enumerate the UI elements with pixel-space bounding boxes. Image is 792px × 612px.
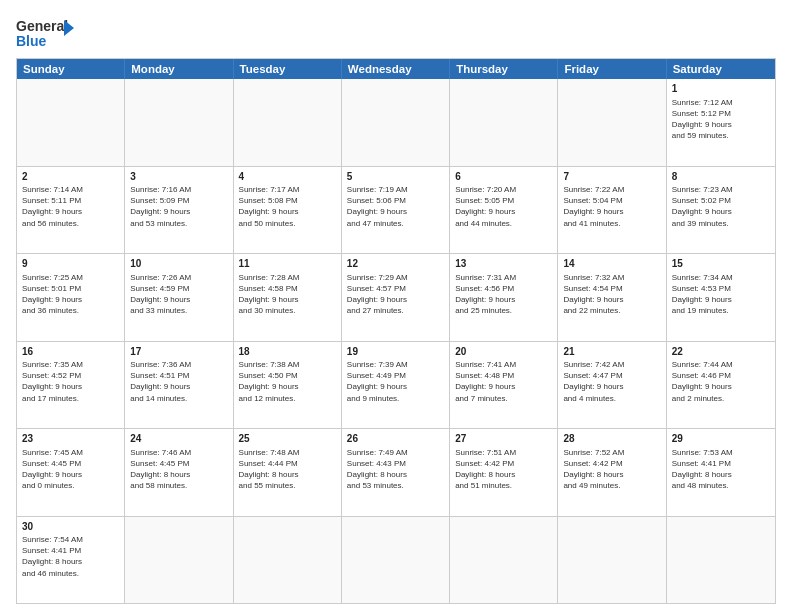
calendar-cell bbox=[667, 517, 775, 604]
day-number: 23 bbox=[22, 432, 119, 446]
day-info: Sunrise: 7:54 AM Sunset: 4:41 PM Dayligh… bbox=[22, 534, 119, 579]
day-info: Sunrise: 7:23 AM Sunset: 5:02 PM Dayligh… bbox=[672, 184, 770, 229]
day-number: 10 bbox=[130, 257, 227, 271]
day-number: 30 bbox=[22, 520, 119, 534]
day-info: Sunrise: 7:53 AM Sunset: 4:41 PM Dayligh… bbox=[672, 447, 770, 492]
calendar-cell: 20Sunrise: 7:41 AM Sunset: 4:48 PM Dayli… bbox=[450, 342, 558, 429]
calendar-cell: 28Sunrise: 7:52 AM Sunset: 4:42 PM Dayli… bbox=[558, 429, 666, 516]
day-info: Sunrise: 7:36 AM Sunset: 4:51 PM Dayligh… bbox=[130, 359, 227, 404]
calendar-cell: 10Sunrise: 7:26 AM Sunset: 4:59 PM Dayli… bbox=[125, 254, 233, 341]
svg-marker-2 bbox=[64, 20, 74, 36]
calendar-row-4: 23Sunrise: 7:45 AM Sunset: 4:45 PM Dayli… bbox=[17, 428, 775, 516]
day-info: Sunrise: 7:46 AM Sunset: 4:45 PM Dayligh… bbox=[130, 447, 227, 492]
calendar-row-1: 2Sunrise: 7:14 AM Sunset: 5:11 PM Daylig… bbox=[17, 166, 775, 254]
calendar-cell bbox=[17, 79, 125, 166]
day-number: 17 bbox=[130, 345, 227, 359]
day-number: 12 bbox=[347, 257, 444, 271]
day-number: 9 bbox=[22, 257, 119, 271]
calendar-cell: 7Sunrise: 7:22 AM Sunset: 5:04 PM Daylig… bbox=[558, 167, 666, 254]
day-number: 27 bbox=[455, 432, 552, 446]
day-info: Sunrise: 7:14 AM Sunset: 5:11 PM Dayligh… bbox=[22, 184, 119, 229]
calendar-cell bbox=[342, 79, 450, 166]
day-info: Sunrise: 7:34 AM Sunset: 4:53 PM Dayligh… bbox=[672, 272, 770, 317]
page: General Blue SundayMondayTuesdayWednesda… bbox=[0, 0, 792, 612]
day-info: Sunrise: 7:39 AM Sunset: 4:49 PM Dayligh… bbox=[347, 359, 444, 404]
logo: General Blue bbox=[16, 12, 76, 52]
day-number: 20 bbox=[455, 345, 552, 359]
weekday-header-thursday: Thursday bbox=[450, 59, 558, 79]
calendar-cell: 16Sunrise: 7:35 AM Sunset: 4:52 PM Dayli… bbox=[17, 342, 125, 429]
day-number: 3 bbox=[130, 170, 227, 184]
day-info: Sunrise: 7:41 AM Sunset: 4:48 PM Dayligh… bbox=[455, 359, 552, 404]
day-number: 29 bbox=[672, 432, 770, 446]
weekday-header-monday: Monday bbox=[125, 59, 233, 79]
calendar-cell: 2Sunrise: 7:14 AM Sunset: 5:11 PM Daylig… bbox=[17, 167, 125, 254]
day-number: 26 bbox=[347, 432, 444, 446]
day-info: Sunrise: 7:38 AM Sunset: 4:50 PM Dayligh… bbox=[239, 359, 336, 404]
day-info: Sunrise: 7:25 AM Sunset: 5:01 PM Dayligh… bbox=[22, 272, 119, 317]
calendar-cell: 4Sunrise: 7:17 AM Sunset: 5:08 PM Daylig… bbox=[234, 167, 342, 254]
day-number: 25 bbox=[239, 432, 336, 446]
calendar-cell: 21Sunrise: 7:42 AM Sunset: 4:47 PM Dayli… bbox=[558, 342, 666, 429]
header: General Blue bbox=[16, 12, 776, 52]
day-info: Sunrise: 7:20 AM Sunset: 5:05 PM Dayligh… bbox=[455, 184, 552, 229]
day-info: Sunrise: 7:49 AM Sunset: 4:43 PM Dayligh… bbox=[347, 447, 444, 492]
day-number: 1 bbox=[672, 82, 770, 96]
day-number: 24 bbox=[130, 432, 227, 446]
day-number: 5 bbox=[347, 170, 444, 184]
day-number: 16 bbox=[22, 345, 119, 359]
day-number: 7 bbox=[563, 170, 660, 184]
calendar-cell bbox=[450, 517, 558, 604]
day-info: Sunrise: 7:22 AM Sunset: 5:04 PM Dayligh… bbox=[563, 184, 660, 229]
calendar-row-0: 1Sunrise: 7:12 AM Sunset: 5:12 PM Daylig… bbox=[17, 79, 775, 166]
calendar-header: SundayMondayTuesdayWednesdayThursdayFrid… bbox=[17, 59, 775, 79]
calendar-cell: 5Sunrise: 7:19 AM Sunset: 5:06 PM Daylig… bbox=[342, 167, 450, 254]
calendar-cell bbox=[234, 517, 342, 604]
calendar-cell: 19Sunrise: 7:39 AM Sunset: 4:49 PM Dayli… bbox=[342, 342, 450, 429]
calendar-cell bbox=[558, 517, 666, 604]
weekday-header-friday: Friday bbox=[558, 59, 666, 79]
day-number: 15 bbox=[672, 257, 770, 271]
calendar-cell: 25Sunrise: 7:48 AM Sunset: 4:44 PM Dayli… bbox=[234, 429, 342, 516]
day-info: Sunrise: 7:28 AM Sunset: 4:58 PM Dayligh… bbox=[239, 272, 336, 317]
day-info: Sunrise: 7:12 AM Sunset: 5:12 PM Dayligh… bbox=[672, 97, 770, 142]
day-info: Sunrise: 7:32 AM Sunset: 4:54 PM Dayligh… bbox=[563, 272, 660, 317]
calendar-cell: 17Sunrise: 7:36 AM Sunset: 4:51 PM Dayli… bbox=[125, 342, 233, 429]
calendar-cell: 3Sunrise: 7:16 AM Sunset: 5:09 PM Daylig… bbox=[125, 167, 233, 254]
generalblue-logo-icon: General Blue bbox=[16, 16, 76, 52]
calendar-cell bbox=[125, 79, 233, 166]
calendar-cell: 30Sunrise: 7:54 AM Sunset: 4:41 PM Dayli… bbox=[17, 517, 125, 604]
calendar-cell bbox=[342, 517, 450, 604]
weekday-header-saturday: Saturday bbox=[667, 59, 775, 79]
svg-text:Blue: Blue bbox=[16, 33, 47, 49]
calendar-cell: 11Sunrise: 7:28 AM Sunset: 4:58 PM Dayli… bbox=[234, 254, 342, 341]
calendar: SundayMondayTuesdayWednesdayThursdayFrid… bbox=[16, 58, 776, 604]
weekday-header-sunday: Sunday bbox=[17, 59, 125, 79]
day-info: Sunrise: 7:48 AM Sunset: 4:44 PM Dayligh… bbox=[239, 447, 336, 492]
day-info: Sunrise: 7:52 AM Sunset: 4:42 PM Dayligh… bbox=[563, 447, 660, 492]
weekday-header-wednesday: Wednesday bbox=[342, 59, 450, 79]
day-info: Sunrise: 7:29 AM Sunset: 4:57 PM Dayligh… bbox=[347, 272, 444, 317]
calendar-cell: 29Sunrise: 7:53 AM Sunset: 4:41 PM Dayli… bbox=[667, 429, 775, 516]
day-info: Sunrise: 7:51 AM Sunset: 4:42 PM Dayligh… bbox=[455, 447, 552, 492]
calendar-cell: 8Sunrise: 7:23 AM Sunset: 5:02 PM Daylig… bbox=[667, 167, 775, 254]
day-info: Sunrise: 7:42 AM Sunset: 4:47 PM Dayligh… bbox=[563, 359, 660, 404]
day-number: 13 bbox=[455, 257, 552, 271]
day-number: 28 bbox=[563, 432, 660, 446]
calendar-body: 1Sunrise: 7:12 AM Sunset: 5:12 PM Daylig… bbox=[17, 79, 775, 603]
calendar-cell: 14Sunrise: 7:32 AM Sunset: 4:54 PM Dayli… bbox=[558, 254, 666, 341]
day-info: Sunrise: 7:45 AM Sunset: 4:45 PM Dayligh… bbox=[22, 447, 119, 492]
calendar-cell: 1Sunrise: 7:12 AM Sunset: 5:12 PM Daylig… bbox=[667, 79, 775, 166]
day-number: 14 bbox=[563, 257, 660, 271]
calendar-row-3: 16Sunrise: 7:35 AM Sunset: 4:52 PM Dayli… bbox=[17, 341, 775, 429]
day-number: 22 bbox=[672, 345, 770, 359]
calendar-row-5: 30Sunrise: 7:54 AM Sunset: 4:41 PM Dayli… bbox=[17, 516, 775, 604]
day-info: Sunrise: 7:31 AM Sunset: 4:56 PM Dayligh… bbox=[455, 272, 552, 317]
weekday-header-tuesday: Tuesday bbox=[234, 59, 342, 79]
day-number: 6 bbox=[455, 170, 552, 184]
day-number: 18 bbox=[239, 345, 336, 359]
day-info: Sunrise: 7:19 AM Sunset: 5:06 PM Dayligh… bbox=[347, 184, 444, 229]
calendar-cell: 24Sunrise: 7:46 AM Sunset: 4:45 PM Dayli… bbox=[125, 429, 233, 516]
day-info: Sunrise: 7:35 AM Sunset: 4:52 PM Dayligh… bbox=[22, 359, 119, 404]
calendar-cell: 27Sunrise: 7:51 AM Sunset: 4:42 PM Dayli… bbox=[450, 429, 558, 516]
